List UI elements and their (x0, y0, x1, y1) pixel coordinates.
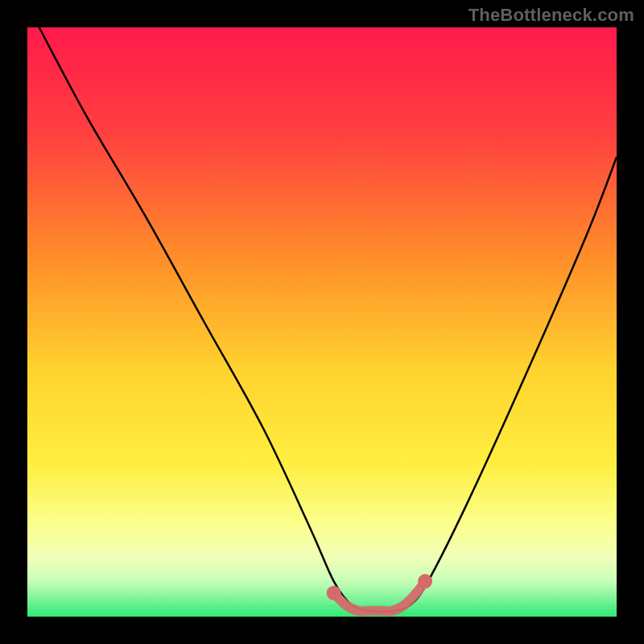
minimum-endpoint (418, 574, 432, 588)
chart-frame: TheBottleneck.com (0, 0, 644, 644)
bottleneck-curve (27, 27, 617, 617)
plot-area (27, 27, 617, 617)
minimum-endpoint (327, 586, 341, 601)
minimum-band (334, 581, 425, 611)
curve-path (39, 27, 617, 612)
watermark-text: TheBottleneck.com (469, 5, 634, 26)
